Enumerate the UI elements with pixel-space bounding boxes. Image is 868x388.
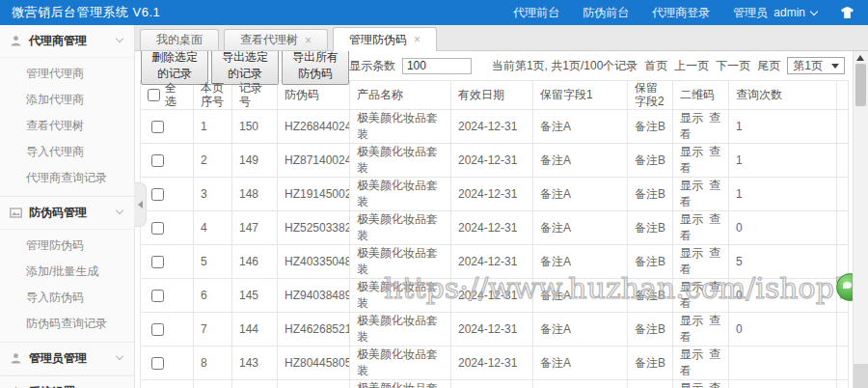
cell-qrcode: 显示查看 [673,144,729,178]
page-select[interactable]: 第1页 [787,57,845,74]
qr-show-link[interactable]: 显示 [680,347,703,361]
last-page-link[interactable]: 尾页 [757,58,780,74]
admin-menu[interactable]: 管理员 admin [733,5,817,21]
cell-product: 极美颜化妆品套装 [350,144,451,178]
cell-seq: 4 [194,211,232,245]
qr-show-link[interactable]: 显示 [680,280,703,293]
cell-seq: 8 [194,346,232,380]
vertical-scrollbar[interactable] [853,51,868,388]
tab-manage-anticounterfeit-codes[interactable]: 管理防伪码 × [333,27,437,51]
tab-view-agent-tree[interactable]: 查看代理树 × [224,29,328,50]
sidebar-item[interactable]: 添加代理商 [0,87,134,113]
row-checkbox[interactable] [151,256,164,268]
topnav-agent-front[interactable]: 代理前台 [513,5,559,21]
qr-show-link[interactable]: 显示 [680,314,703,327]
export-all-button[interactable]: 导出所有防伪码 [282,51,349,85]
cell-product: 极美颜化妆品套装 [350,313,451,346]
close-icon[interactable]: × [414,34,420,45]
sidebar-item[interactable]: 添加/批量生成 [0,259,134,285]
row-checkbox[interactable] [151,357,164,370]
dropdown-arrow-icon [831,64,839,69]
qr-show-link[interactable]: 显示 [680,145,703,158]
per-page-label: 显示条数 [349,58,395,74]
sidebar-group-label: 防伪码管理 [29,205,87,221]
table-row: 7 144 HZ46268521 极美颜化妆品套装 2024-12-31 备注A… [141,313,849,346]
sidebar-group-settings-header[interactable]: 系统设置 [0,376,134,388]
scrollbar-bottom-button[interactable] [854,364,868,388]
cell-field1: 备注A [533,245,628,279]
theme-shirt-icon[interactable] [840,7,854,19]
sidebar-item[interactable]: 代理商查询记录 [0,165,134,191]
cell-date: 2024-12-31 [451,313,533,346]
qr-show-link[interactable]: 显示 [680,381,703,388]
cell-empty [837,313,849,346]
close-icon[interactable]: × [305,35,312,46]
scroll-up-arrow-icon[interactable] [856,55,864,61]
sidebar-group-agent-header[interactable]: 代理商管理 [0,25,134,58]
topnav-agent-login[interactable]: 代理商登录 [652,5,710,21]
sidebar-group-agent: 代理商管理 管理代理商添加代理商查看代理树导入代理商代理商查询记录 [0,25,134,197]
cell-qrcode: 显示查看 [673,211,729,245]
qr-show-link[interactable]: 显示 [680,179,703,192]
cell-record-no: 149 [232,144,278,178]
table-row: 8 143 HZ80445805 极美颜化妆品套装 2024-12-31 备注A… [141,346,849,380]
row-checkbox[interactable] [151,188,164,201]
sidebar-item[interactable]: 防伪码查询记录 [0,311,134,337]
sidebar-item[interactable]: 导入防伪码 [0,285,134,311]
sidebar-item[interactable]: 管理防伪码 [0,233,134,259]
cell-record-no: 143 [232,346,278,380]
prev-page-link[interactable]: 上一页 [674,58,709,74]
row-checkbox[interactable] [151,154,164,167]
qr-show-link[interactable]: 显示 [680,212,703,226]
qr-show-link[interactable]: 显示 [680,111,703,125]
select-all-checkbox[interactable] [148,89,160,101]
qr-show-link[interactable]: 显示 [680,246,703,260]
cell-query-count [729,346,837,380]
sidebar-item[interactable]: 管理代理商 [0,61,134,87]
export-selected-button[interactable]: 导出选定的记录 [211,51,279,85]
next-page-link[interactable]: 下一页 [716,58,750,74]
sidebar-group-admins-header[interactable]: 管理员管理 [0,343,134,375]
column-header: 记录号 [232,81,278,110]
cell-query-count: 1 [729,110,837,144]
row-checkbox[interactable] [151,121,164,133]
page-select-value: 第1页 [793,58,823,74]
tab-my-desktop[interactable]: 我的桌面 [140,29,219,50]
sidebar-collapse-handle[interactable] [134,182,147,227]
sidebar-group-agent-items: 管理代理商添加代理商查看代理树导入代理商代理商查询记录 [0,58,134,196]
first-page-link[interactable]: 首页 [644,58,667,74]
table-header-row: 全选 本页序号 记录号 防伪码 产品名称 有效日期 保留字段1 保留字段2 二维… [141,81,849,110]
content-panel: 删除选定的记录 导出选定的记录 导出所有防伪码 显示条数 当前第1页, 共1页/… [135,51,853,388]
column-header: 全选 [165,82,186,109]
per-page-input[interactable] [402,58,472,74]
scrollbar-thumb[interactable] [855,64,866,106]
sidebar-item-label: 管理防伪码 [26,238,84,252]
sidebar-item-label: 添加/批量生成 [26,264,98,278]
cell-qrcode: 显示查看 [673,380,729,388]
topnav-anticounterfeit-front[interactable]: 防伪前台 [583,5,629,21]
cell-qrcode: 显示查看 [673,313,729,346]
cell-qrcode: 显示查看 [673,110,729,144]
sidebar-group-label: 代理商管理 [29,33,87,49]
sidebar-item[interactable]: 导入代理商 [0,139,134,165]
cell-code: HZ40335048 [278,245,350,279]
cell-seq: 5 [194,245,232,279]
row-checkbox[interactable] [151,323,164,336]
tab-label: 管理防伪码 [349,32,407,48]
row-checkbox[interactable] [151,290,164,302]
row-checkbox[interactable] [151,222,164,235]
pagination: 显示条数 当前第1页, 共1页/100个记录 首页 上一页 下一页 尾页 第1页 [349,57,845,74]
sidebar-item[interactable]: 查看代理树 [0,113,134,139]
column-header: 有效日期 [451,81,533,110]
cell-field2: 备注B [628,313,673,346]
sidebar-group-codes-header[interactable]: 防伪码管理 [0,197,134,230]
cell-seq: 7 [194,313,232,346]
sidebar-item-label: 查看代理树 [26,119,84,132]
sidebar-group-codes: 防伪码管理 管理防伪码添加/批量生成导入防伪码防伪码查询记录 [0,197,134,343]
sidebar-item-label: 导入防伪码 [26,291,84,304]
table-toolbar: 删除选定的记录 导出选定的记录 导出所有防伪码 显示条数 当前第1页, 共1页/… [135,51,853,80]
cell-query-count: 1 [729,178,837,211]
cell-field2: 备注B [628,245,673,279]
cell-date: 2024-12-31 [451,245,533,279]
delete-selected-button[interactable]: 删除选定的记录 [141,51,208,85]
